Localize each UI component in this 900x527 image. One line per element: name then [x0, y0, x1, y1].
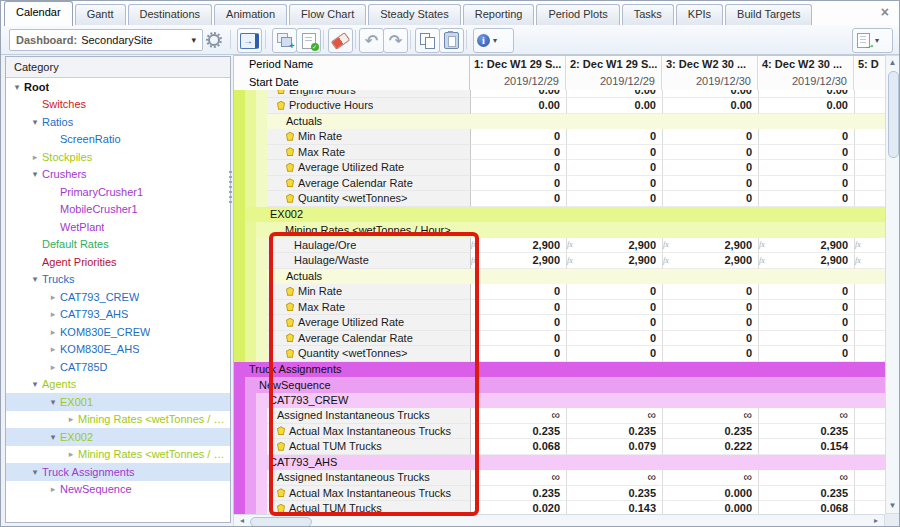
value-cell[interactable]: 0	[663, 129, 759, 145]
start-date-header[interactable]: Start Date	[234, 74, 470, 90]
vertical-scroll-thumb[interactable]	[888, 71, 899, 158]
sidebar-item-trucks[interactable]: ▾Trucks	[6, 271, 230, 289]
sidebar-item-mobilecrusher1[interactable]: MobileCrusher1	[6, 201, 230, 219]
value-cell[interactable]: ∞	[663, 470, 759, 486]
value-cell[interactable]: 0.235	[471, 486, 567, 502]
scroll-left-icon[interactable]: ◂	[236, 515, 248, 527]
value-cell[interactable]: ∞	[471, 470, 567, 486]
tab-destinations[interactable]: Destinations	[128, 4, 213, 25]
value-cell-partial[interactable]: fx	[855, 253, 885, 269]
chevron-right-icon[interactable]: ▸	[46, 344, 60, 354]
value-cell[interactable]: 0.00	[567, 90, 663, 98]
value-cell[interactable]: 0	[663, 315, 759, 331]
scroll-up-icon[interactable]: ▲	[886, 57, 899, 69]
section-label-cell[interactable]: Actuals	[267, 114, 885, 130]
tab-gantt[interactable]: Gantt	[75, 4, 126, 25]
value-cell[interactable]: 0	[567, 346, 663, 362]
value-cell[interactable]: 0	[759, 284, 855, 300]
chevron-down-icon[interactable]: ▾	[46, 432, 60, 442]
value-cell[interactable]: ∞	[567, 408, 663, 424]
value-cell[interactable]: 0.143	[567, 501, 663, 514]
value-cell[interactable]: 0.068	[471, 439, 567, 455]
save-button[interactable]: → ▾	[852, 28, 893, 53]
tab-kpis[interactable]: KPIs	[676, 4, 723, 25]
value-cell[interactable]: 0	[663, 176, 759, 192]
sidebar-item-truck-assignments[interactable]: ▾Truck Assignments	[6, 463, 230, 481]
vertical-scrollbar[interactable]: ▲ ▼	[885, 55, 900, 514]
tab-flow-chart[interactable]: Flow Chart	[289, 4, 366, 25]
value-cell[interactable]: fx2,900	[471, 253, 567, 269]
value-cell[interactable]: 0	[759, 191, 855, 207]
chevron-right-icon[interactable]: ▸	[46, 309, 60, 319]
value-cell[interactable]: ∞	[471, 408, 567, 424]
value-cell[interactable]: 0	[471, 284, 567, 300]
row-label-cell[interactable]: Max Rate	[267, 300, 471, 316]
sidebar-item-ratios[interactable]: ▾Ratios	[6, 113, 230, 131]
value-cell-partial[interactable]	[855, 470, 885, 486]
sidebar-item-ex002[interactable]: ▾EX002	[6, 428, 230, 446]
row-label-cell[interactable]: Average Utilized Rate	[267, 160, 471, 176]
value-cell-partial[interactable]	[855, 408, 885, 424]
row-label-cell[interactable]: Assigned Instantaneous Trucks	[267, 408, 471, 424]
chevron-right-icon[interactable]: ▸	[46, 362, 60, 372]
tab-steady-states[interactable]: Steady States	[368, 4, 461, 25]
value-cell-partial[interactable]	[855, 90, 885, 98]
value-cell[interactable]: fx2,900	[759, 238, 855, 254]
sidebar-item-stockpiles[interactable]: ▸Stockpiles	[6, 148, 230, 166]
sidebar-item-default-rates[interactable]: Default Rates	[6, 236, 230, 254]
tab-calendar[interactable]: Calendar	[4, 1, 73, 26]
value-cell[interactable]: 0.235	[567, 486, 663, 502]
value-cell[interactable]: 0.00	[471, 90, 567, 98]
value-cell[interactable]: 0	[759, 129, 855, 145]
value-cell[interactable]: 0	[759, 346, 855, 362]
row-label-cell[interactable]: Actual Max Instantaneous Trucks	[267, 424, 471, 440]
row-label-cell[interactable]: Actual TUM Trucks	[267, 501, 471, 514]
sidebar-item-newsequence[interactable]: ▸NewSequence	[6, 481, 230, 499]
info-button[interactable]: i ▾	[473, 28, 514, 53]
tab-tasks[interactable]: Tasks	[622, 4, 674, 25]
sidebar-item-ex001[interactable]: ▾EX001	[6, 393, 230, 411]
dashboard-select[interactable]: Dashboard: SecondarySite ▾	[9, 29, 203, 51]
value-cell[interactable]: ∞	[759, 470, 855, 486]
value-cell[interactable]: fx2,900	[471, 238, 567, 254]
sidebar-item-primarycrusher1[interactable]: PrimaryCrusher1	[6, 183, 230, 201]
value-cell[interactable]: 0	[759, 315, 855, 331]
value-cell[interactable]: 0	[567, 300, 663, 316]
value-cell[interactable]: 0	[663, 284, 759, 300]
value-cell-partial[interactable]	[855, 129, 885, 145]
chevron-right-icon[interactable]: ▸	[46, 292, 60, 302]
sidebar-item-cat793-crew[interactable]: ▸CAT793_CREW	[6, 288, 230, 306]
sidebar-item-cat785d[interactable]: ▸CAT785D	[6, 358, 230, 376]
value-cell[interactable]: 0	[663, 160, 759, 176]
value-cell[interactable]: 0.068	[759, 501, 855, 514]
value-cell[interactable]: 0.235	[759, 424, 855, 440]
value-cell[interactable]: 0	[471, 129, 567, 145]
scroll-down-icon[interactable]: ▼	[886, 500, 899, 512]
value-cell[interactable]: 0.00	[567, 98, 663, 114]
value-cell-partial[interactable]	[855, 191, 885, 207]
sidebar-item-kom830e-crew[interactable]: ▸KOM830E_CREW	[6, 323, 230, 341]
value-cell-partial[interactable]	[855, 346, 885, 362]
value-cell[interactable]: 0.235	[663, 424, 759, 440]
chevron-down-icon[interactable]: ▾	[46, 397, 60, 407]
value-cell[interactable]: 0.020	[471, 501, 567, 514]
chevron-down-icon[interactable]: ▾	[28, 379, 42, 389]
value-cell[interactable]: 0.235	[471, 424, 567, 440]
value-cell[interactable]: fx2,900	[663, 238, 759, 254]
value-cell[interactable]: 0	[471, 191, 567, 207]
group-label-cell[interactable]: Truck Assignments	[234, 362, 885, 378]
chevron-down-icon[interactable]: ▾	[28, 467, 42, 477]
value-cell[interactable]: 0	[471, 346, 567, 362]
group-label-cell[interactable]: EX002	[245, 207, 885, 223]
chevron-right-icon[interactable]: ▸	[46, 327, 60, 337]
row-label-cell[interactable]: Min Rate	[267, 284, 471, 300]
horizontal-scroll-thumb[interactable]	[250, 517, 312, 527]
value-cell[interactable]: 0	[663, 145, 759, 161]
value-cell[interactable]: 0	[567, 331, 663, 347]
value-cell[interactable]: 0	[759, 160, 855, 176]
section-label-cell[interactable]: Actuals	[267, 269, 885, 285]
value-cell[interactable]: 0.235	[759, 486, 855, 502]
value-cell-partial[interactable]	[855, 331, 885, 347]
value-cell[interactable]: 0.00	[663, 98, 759, 114]
chevron-right-icon[interactable]: ▸	[46, 484, 60, 494]
